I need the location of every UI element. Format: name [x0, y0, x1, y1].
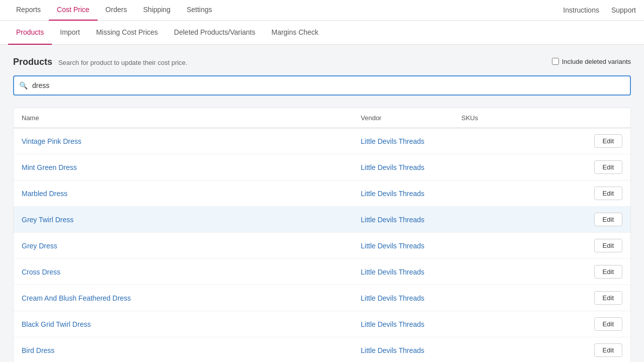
nav-item-cost-price[interactable]: Cost Price — [49, 0, 98, 21]
vendor-name: Little Devils Threads — [361, 346, 461, 354]
table-row: Grey Dress Little Devils Threads Edit — [14, 233, 630, 259]
col-header-skus: SKUs — [461, 114, 562, 122]
table-row: Cross Dress Little Devils Threads Edit — [14, 259, 630, 285]
table-row: Black Grid Twirl Dress Little Devils Thr… — [14, 311, 630, 337]
product-name-link[interactable]: Grey Twirl Dress — [22, 216, 73, 224]
actions-cell: Edit — [562, 213, 622, 226]
edit-button[interactable]: Edit — [594, 134, 622, 148]
edit-button[interactable]: Edit — [594, 213, 622, 226]
nav-link-instructions[interactable]: Instructions — [563, 6, 599, 14]
table-row: Bird Dress Little Devils Threads Edit — [14, 337, 630, 362]
sub-nav-import[interactable]: Import — [52, 21, 88, 45]
sub-nav-products[interactable]: Products — [8, 21, 52, 45]
edit-button[interactable]: Edit — [594, 291, 622, 305]
table-row: Marbled Dress Little Devils Threads Edit — [14, 180, 630, 207]
search-container: 🔍 — [13, 75, 631, 96]
vendor-name: Little Devils Threads — [361, 190, 461, 198]
top-nav-right: Instructions Support — [563, 6, 636, 14]
products-subtitle: Search for product to update their cost … — [58, 59, 188, 66]
edit-button[interactable]: Edit — [594, 317, 622, 331]
nav-item-settings[interactable]: Settings — [179, 0, 220, 21]
main-content: Products Search for product to update th… — [5, 45, 639, 362]
edit-button[interactable]: Edit — [594, 160, 622, 174]
actions-cell: Edit — [562, 317, 622, 331]
table-row: Mint Green Dress Little Devils Threads E… — [14, 154, 630, 180]
actions-cell: Edit — [562, 134, 622, 148]
actions-cell: Edit — [562, 343, 622, 357]
product-name-link[interactable]: Vintage Pink Dress — [22, 137, 82, 145]
products-title: Products — [13, 57, 52, 67]
edit-button[interactable]: Edit — [594, 343, 622, 357]
vendor-name: Little Devils Threads — [361, 320, 461, 328]
product-name-link[interactable]: Cross Dress — [22, 268, 60, 276]
table-row: Cream And Blush Feathered Dress Little D… — [14, 285, 630, 311]
nav-item-shipping[interactable]: Shipping — [135, 0, 179, 21]
nav-item-reports[interactable]: Reports — [8, 0, 49, 21]
table-row: Grey Twirl Dress Little Devils Threads E… — [14, 207, 630, 233]
table-header: Name Vendor SKUs — [14, 108, 630, 128]
top-navigation: Reports Cost Price Orders Shipping Setti… — [0, 0, 644, 21]
vendor-name: Little Devils Threads — [361, 242, 461, 250]
vendor-name: Little Devils Threads — [361, 163, 461, 171]
products-table: Name Vendor SKUs Vintage Pink Dress Litt… — [13, 108, 631, 362]
actions-cell: Edit — [562, 291, 622, 305]
product-name-link[interactable]: Mint Green Dress — [22, 163, 77, 171]
nav-link-support[interactable]: Support — [611, 6, 636, 14]
product-name-link[interactable]: Bird Dress — [22, 346, 54, 354]
sub-nav-missing-cost-prices[interactable]: Missing Cost Prices — [88, 21, 166, 45]
product-name-link[interactable]: Marbled Dress — [22, 190, 67, 198]
actions-cell: Edit — [562, 239, 622, 252]
vendor-name: Little Devils Threads — [361, 216, 461, 224]
product-name-link[interactable]: Cream And Blush Feathered Dress — [22, 294, 131, 302]
sub-nav-margins-check[interactable]: Margins Check — [263, 21, 326, 45]
table-row: Vintage Pink Dress Little Devils Threads… — [14, 128, 630, 154]
search-icon: 🔍 — [19, 81, 28, 89]
col-header-vendor: Vendor — [361, 114, 461, 122]
vendor-name: Little Devils Threads — [361, 268, 461, 276]
include-deleted-label[interactable]: Include deleted variants — [552, 58, 631, 65]
col-header-actions — [562, 114, 622, 122]
product-name-link[interactable]: Grey Dress — [22, 242, 57, 250]
nav-item-orders[interactable]: Orders — [98, 0, 135, 21]
include-deleted-checkbox[interactable] — [552, 58, 559, 65]
products-title-area: Products Search for product to update th… — [13, 57, 187, 67]
edit-button[interactable]: Edit — [594, 187, 622, 200]
top-nav-left: Reports Cost Price Orders Shipping Setti… — [8, 0, 563, 21]
actions-cell: Edit — [562, 187, 622, 200]
actions-cell: Edit — [562, 265, 622, 279]
vendor-name: Little Devils Threads — [361, 137, 461, 145]
search-input[interactable] — [13, 75, 631, 96]
edit-button[interactable]: Edit — [594, 265, 622, 279]
vendor-name: Little Devils Threads — [361, 294, 461, 302]
products-header: Products Search for product to update th… — [13, 57, 631, 67]
sub-nav-deleted-products-variants[interactable]: Deleted Products/Variants — [166, 21, 264, 45]
include-deleted-text: Include deleted variants — [562, 58, 631, 65]
col-header-name: Name — [22, 114, 361, 122]
actions-cell: Edit — [562, 160, 622, 174]
sub-navigation: Products Import Missing Cost Prices Dele… — [0, 21, 644, 45]
product-name-link[interactable]: Black Grid Twirl Dress — [22, 320, 91, 328]
edit-button[interactable]: Edit — [594, 239, 622, 252]
